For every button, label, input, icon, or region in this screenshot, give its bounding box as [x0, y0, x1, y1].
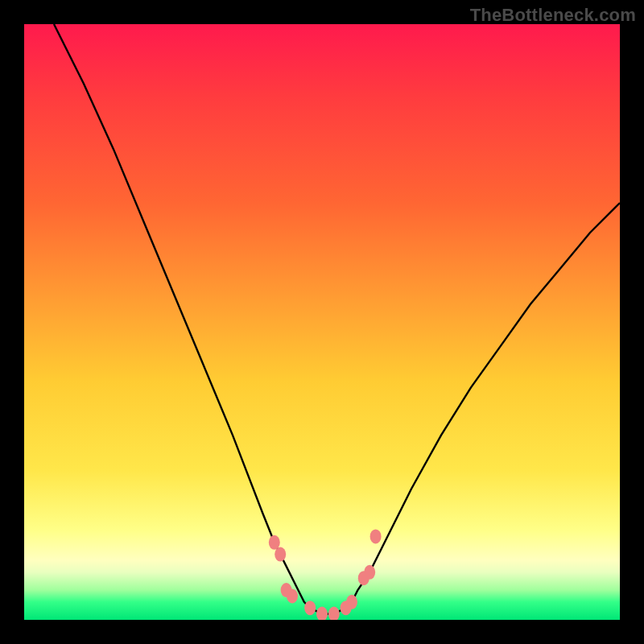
highlight-dot — [370, 529, 382, 543]
highlight-dot — [287, 588, 298, 603]
highlight-dot — [346, 595, 357, 609]
highlight-dot — [364, 565, 375, 580]
chart-svg — [24, 24, 620, 620]
outer-frame: TheBottleneck.com — [0, 0, 644, 644]
highlight-dot — [304, 601, 316, 615]
highlight-dot — [275, 547, 286, 562]
highlight-dots — [269, 529, 382, 620]
highlight-dot — [269, 535, 280, 550]
plot-area — [24, 24, 620, 620]
watermark-text: TheBottleneck.com — [470, 5, 636, 26]
highlight-dot — [316, 607, 328, 620]
highlight-dot — [328, 607, 340, 620]
bottleneck-curve — [54, 24, 620, 614]
